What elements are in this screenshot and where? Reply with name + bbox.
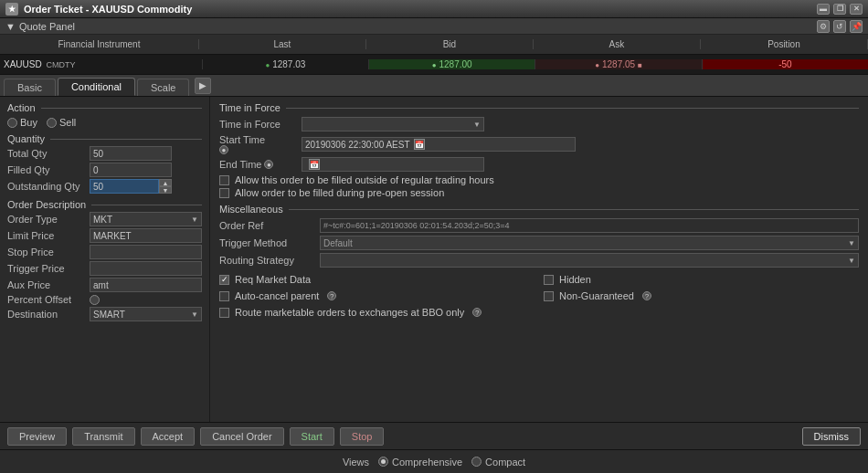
total-qty-label: Total Qty [7,148,90,159]
bbo-only-label: Route marketable orders to exchanges at … [235,307,464,318]
trigger-price-value[interactable] [90,261,202,276]
tab-basic[interactable]: Basic [4,79,56,96]
action-section-label: Action [7,102,202,113]
trigger-method-value[interactable]: Default ▼ [320,236,859,250]
bottom-bar: Preview Transmit Accept Cancel Order Sta… [0,422,868,449]
ask-cell: ● 1287.05 ■ [535,59,702,69]
right-panel: Time in Force Time in Force ▼ Start Time… [210,97,868,422]
req-market-data-label: Req Market Data [235,274,311,285]
accept-button[interactable]: Accept [141,427,196,446]
req-market-data-checkbox[interactable]: ✓ [219,275,229,285]
start-time-calendar-icon[interactable]: 📅 [414,139,425,150]
position-cell: -50 [703,59,868,69]
comprehensive-radio[interactable] [378,457,388,467]
col-ask: Ask [534,39,701,49]
settings-icon[interactable]: ⚙ [817,20,830,33]
total-qty-value[interactable]: 50 [90,146,172,161]
order-ref-value[interactable]: #~tc#:0=601;1=20190306 02:01:54.203d;2=5… [320,218,859,233]
dismiss-button[interactable]: Dismiss [802,427,862,446]
start-time-info-icon[interactable]: ● [219,145,228,154]
start-time-value[interactable]: 20190306 22:30:00 AEST 📅 [302,137,576,152]
start-button[interactable]: Start [290,427,334,446]
buy-label: Buy [20,117,37,128]
auto-cancel-parent-checkbox[interactable] [219,291,229,301]
order-ref-row: Order Ref #~tc#:0=601;1=20190306 02:01:5… [219,218,859,233]
destination-value[interactable]: SMART ▼ [90,307,202,321]
start-time-row: Start Time ● 20190306 22:30:00 AEST 📅 [219,134,859,154]
tab-conditional[interactable]: Conditional [58,78,135,96]
buy-radio[interactable]: Buy [7,117,37,128]
non-guaranteed-info-icon[interactable]: ? [642,291,651,300]
comprehensive-option[interactable]: Comprehensive [378,457,462,468]
routing-strategy-value[interactable]: ▼ [320,253,859,268]
minimize-button[interactable]: ▬ [817,4,830,15]
tab-scale[interactable]: Scale [137,79,190,96]
tif-dropdown-icon: ▼ [473,121,481,129]
bbo-only-checkbox[interactable] [219,308,229,318]
order-type-value[interactable]: MKT ▼ [90,212,202,226]
non-guaranteed-checkbox[interactable] [544,291,554,301]
bid-cell: ● 1287.00 [369,59,535,69]
limit-price-label: Limit Price [7,230,90,241]
title-bar-controls: ▬ ❐ ✕ [817,4,863,15]
compact-radio[interactable] [471,457,482,467]
end-time-info-icon[interactable]: ● [264,160,273,169]
order-desc-section-label: Order Description [7,199,202,210]
destination-dropdown-icon: ▼ [191,310,198,319]
filled-qty-row: Filled Qty 0 [7,163,202,177]
stop-button[interactable]: Stop [340,427,385,446]
close-button[interactable]: ✕ [850,4,863,15]
maximize-button[interactable]: ❐ [833,4,846,15]
order-type-dropdown-icon: ▼ [191,215,198,224]
fill-outside-hours-checkbox[interactable] [219,175,229,185]
trigger-price-label: Trigger Price [7,263,90,274]
title-bar: ★ Order Ticket - XAUUSD Commodity ▬ ❐ ✕ [0,0,868,18]
fill-pre-open-row: Allow order to be filled during pre-open… [219,187,859,198]
qty-down-button[interactable]: ▼ [159,186,172,194]
transmit-button[interactable]: Transmit [72,427,134,446]
percent-offset-row: Percent Offset [7,294,202,305]
aux-price-label: Aux Price [7,279,90,290]
sell-radio-circle [47,118,57,128]
filled-qty-label: Filled Qty [7,164,90,175]
sell-radio[interactable]: Sell [47,117,76,128]
auto-cancel-info-icon[interactable]: ? [327,291,336,300]
trigger-method-row: Trigger Method Default ▼ [219,236,859,250]
refresh-icon[interactable]: ↺ [833,20,846,33]
pin-icon[interactable]: 📌 [850,20,863,33]
stop-price-value[interactable] [90,245,202,259]
preview-button[interactable]: Preview [7,427,67,446]
outstanding-qty-row: Outstanding Qty 50 ▲ ▼ [7,179,202,194]
tif-section-label: Time in Force [219,102,859,113]
hidden-checkbox[interactable] [544,275,554,285]
bbo-only-info-icon[interactable]: ? [472,308,482,317]
content-area: Action Buy Sell Quantity Total Qty 50 Fi… [0,97,868,422]
trigger-method-label: Trigger Method [219,237,320,248]
window-title: Order Ticket - XAUUSD Commodity [24,4,192,15]
trigger-method-dropdown-icon: ▼ [848,239,855,247]
tab-arrow[interactable]: ▶ [195,78,211,94]
end-time-value[interactable]: 📅 [302,157,484,172]
cancel-order-button[interactable]: Cancel Order [200,427,283,446]
qty-up-button[interactable]: ▲ [159,179,172,186]
trigger-price-row: Trigger Price [7,261,202,276]
tif-dropdown[interactable]: ▼ [302,117,484,131]
end-time-row: End Time ● 📅 [219,157,859,172]
fill-outside-hours-label: Allow this order to be filled outside of… [235,174,494,185]
aux-price-value[interactable]: amt [90,278,202,292]
percent-offset-radio[interactable] [90,295,100,305]
compact-option[interactable]: Compact [471,457,525,468]
destination-label: Destination [7,309,90,320]
limit-price-value[interactable]: MARKET [90,228,202,243]
fill-pre-open-checkbox[interactable] [219,188,229,198]
tabs-row: Basic Conditional Scale ▶ [0,75,868,97]
bbo-only-row: Route marketable orders to exchanges at … [219,307,859,318]
end-time-calendar-icon[interactable]: 📅 [309,159,320,170]
start-time-label: Start Time ● [219,134,302,154]
expand-icon[interactable]: ▼ [5,21,16,32]
outstanding-qty-value[interactable]: 50 [90,179,159,194]
routing-strategy-label: Routing Strategy [219,255,320,266]
total-qty-row: Total Qty 50 [7,146,202,161]
col-financial-instrument: Financial Instrument [0,39,199,49]
routing-strategy-row: Routing Strategy ▼ [219,253,859,268]
